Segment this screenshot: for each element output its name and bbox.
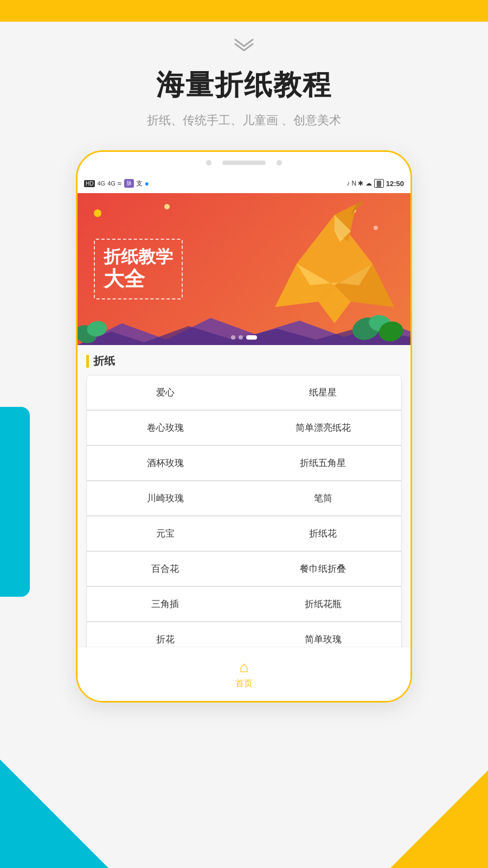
phone-dot-right bbox=[277, 160, 282, 165]
phone-top-bar bbox=[78, 152, 410, 174]
grid-row-1: 爱心 纸星星 bbox=[87, 375, 401, 410]
banner-dot-3-active bbox=[246, 335, 257, 340]
bottom-navigation: ⌂ 首页 bbox=[78, 647, 410, 701]
nav-item-home[interactable]: ⌂ 首页 bbox=[224, 653, 264, 695]
list-item[interactable]: 元宝 bbox=[87, 516, 243, 551]
main-content: 海量折纸教程 折纸、传统手工、儿童画 、创意美术 HD 4G 4G ≈ 脉 支 … bbox=[0, 22, 488, 703]
home-icon: ⌂ bbox=[240, 659, 249, 676]
list-item[interactable]: 折纸五角星 bbox=[245, 446, 401, 480]
list-item[interactable]: 餐巾纸折叠 bbox=[245, 552, 401, 586]
phone-dot-left bbox=[206, 160, 211, 165]
list-item[interactable]: 百合花 bbox=[87, 552, 243, 586]
list-item[interactable]: 笔筒 bbox=[245, 481, 401, 515]
app-banner[interactable]: 折纸教学 大全 bbox=[78, 193, 410, 345]
status-bar-left: HD 4G 4G ≈ 脉 支 ● bbox=[84, 179, 149, 188]
list-item[interactable]: 折纸花 bbox=[245, 516, 401, 551]
banner-title-line1: 折纸教学 bbox=[104, 246, 173, 267]
phone-mockup: HD 4G 4G ≈ 脉 支 ● ♪ N ✱ ☁ ▓ 12:50 bbox=[76, 150, 412, 703]
bottom-yellow-decoration bbox=[390, 770, 488, 868]
grid-row-2: 卷心玫瑰 简单漂亮纸花 bbox=[87, 411, 401, 445]
status-bar: HD 4G 4G ≈ 脉 支 ● ♪ N ✱ ☁ ▓ 12:50 bbox=[78, 174, 410, 193]
section-header: 折纸 bbox=[86, 354, 402, 368]
status-bar-right: ♪ N ✱ ☁ ▓ 12:50 bbox=[346, 179, 404, 188]
list-item[interactable]: 卷心玫瑰 bbox=[87, 411, 243, 445]
grid-row-5: 元宝 折纸花 bbox=[87, 516, 401, 551]
list-item[interactable]: 折纸花瓶 bbox=[245, 587, 401, 621]
phone-speaker bbox=[222, 161, 266, 165]
top-bar bbox=[0, 0, 488, 22]
list-item[interactable]: 酒杯玫瑰 bbox=[87, 446, 243, 480]
blue-side-panel bbox=[0, 407, 30, 597]
banner-mountain bbox=[78, 312, 410, 345]
section-accent-bar bbox=[86, 355, 89, 368]
page-subtitle: 折纸、传统手工、儿童画 、创意美术 bbox=[147, 112, 341, 129]
list-item[interactable]: 纸星星 bbox=[245, 375, 401, 410]
grid-row-3: 酒杯玫瑰 折纸五角星 bbox=[87, 446, 401, 480]
grid-row-6: 百合花 餐巾纸折叠 bbox=[87, 552, 401, 586]
section-label: 折纸 bbox=[93, 354, 115, 368]
list-item[interactable]: 三角插 bbox=[87, 587, 243, 621]
list-item[interactable]: 川崎玫瑰 bbox=[87, 481, 243, 515]
list-item[interactable]: 爱心 bbox=[87, 375, 243, 410]
banner-title-line2: 大全 bbox=[104, 267, 173, 292]
banner-text: 折纸教学 大全 bbox=[94, 239, 183, 299]
grid-row-7: 三角插 折纸花瓶 bbox=[87, 587, 401, 621]
chevron-down-icon bbox=[233, 38, 255, 55]
banner-dot-2 bbox=[239, 335, 243, 340]
nav-label-home: 首页 bbox=[235, 678, 253, 690]
list-item[interactable]: 简单漂亮纸花 bbox=[245, 411, 401, 445]
items-grid: 爱心 纸星星 卷心玫瑰 简单漂亮纸花 酒杯玫瑰 折纸五角星 川崎玫瑰 笔筒 元宝 bbox=[86, 375, 402, 692]
grid-row-4: 川崎玫瑰 笔筒 bbox=[87, 481, 401, 515]
banner-dots-indicator bbox=[231, 335, 257, 340]
page-title: 海量折纸教程 bbox=[156, 66, 332, 104]
bottom-blue-decoration bbox=[0, 760, 108, 868]
banner-dot-1 bbox=[231, 335, 235, 340]
